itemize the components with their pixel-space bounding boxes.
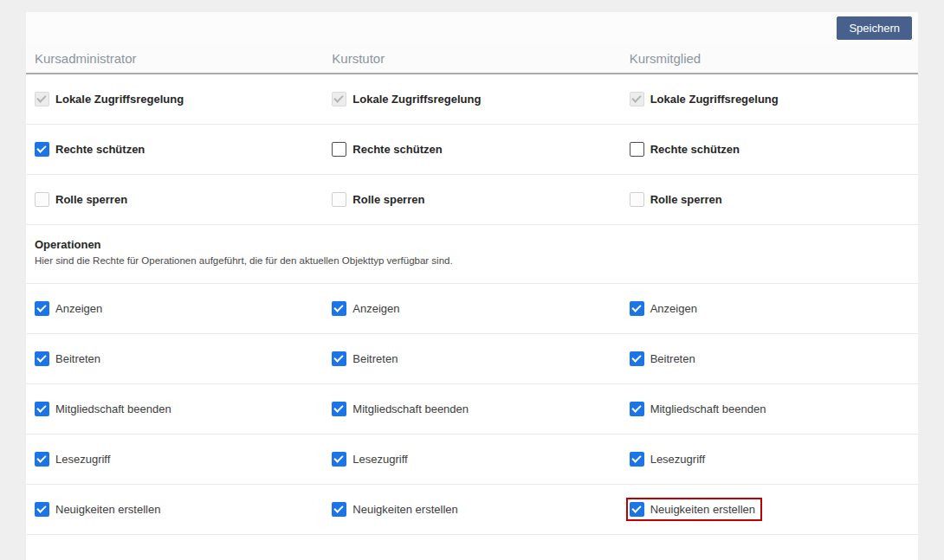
rechte-sch-tzen-row: Rechte schützenRechte schützenRechte sch… [26, 125, 918, 175]
checkbox-group: Beitreten [626, 347, 702, 370]
section-title: Operationen [35, 238, 918, 251]
checkbox-beitreten-col2[interactable] [332, 351, 346, 366]
checkbox-label: Rechte schützen [352, 143, 442, 156]
checkbox-group: Lokale Zugriffsregelung [328, 87, 488, 111]
checkbox-group: Lesezugriff [626, 447, 712, 471]
checkbox-anzeigen-col1[interactable] [35, 301, 49, 316]
cell-neuigkeiten-erstellen-col1: Neuigkeiten erstellen [26, 485, 323, 534]
cell-beitreten-col1: Beitreten [26, 334, 323, 383]
checkbox-group: Lesezugriff [31, 447, 117, 471]
checkbox-group: Rolle sperren [328, 188, 431, 211]
lesezugriff-row: LesezugriffLesezugriffLesezugriff [26, 434, 918, 485]
checkbox-label: Lokale Zugriffsregelung [55, 93, 184, 106]
checkbox-rolle-sperren-col1 [35, 192, 49, 207]
cell-lesezugriff-col3: Lesezugriff [621, 434, 918, 484]
checkbox-group: Rolle sperren [626, 188, 729, 211]
cell-anzeigen-col2: Anzeigen [323, 284, 620, 333]
checkbox-group: Rechte schützen [626, 138, 747, 161]
cell-mitgliedschaft-beenden-col3: Mitgliedschaft beenden [621, 384, 918, 434]
cell-neuigkeiten-erstellen-col3: Neuigkeiten erstellen [621, 485, 918, 534]
checkbox-group: Anzeigen [328, 297, 406, 320]
checkbox-rolle-sperren-col3 [630, 192, 644, 207]
column-header-kursadministrator: Kursadministrator [26, 43, 323, 73]
checkbox-label: Anzeigen [55, 302, 102, 315]
permissions-panel: Speichern Kursadministrator Kurstutor Ku… [26, 12, 918, 560]
cell-mitgliedschaft-beenden-col1: Mitgliedschaft beenden [26, 384, 323, 434]
cell-mitgliedschaft-beenden-col2: Mitgliedschaft beenden [323, 384, 620, 434]
checkbox-group: Rolle sperren [31, 188, 134, 211]
checkbox-rolle-sperren-col2 [332, 192, 346, 207]
anzeigen-row: AnzeigenAnzeigenAnzeigen [26, 284, 918, 334]
mitgliedschaft-beenden-row: Mitgliedschaft beendenMitgliedschaft bee… [26, 384, 918, 434]
checkbox-rechte-sch-tzen-col3[interactable] [630, 142, 644, 157]
neuigkeiten-erstellen-row: Neuigkeiten erstellenNeuigkeiten erstell… [26, 485, 918, 535]
cell-rolle-sperren-col3: Rolle sperren [621, 175, 918, 224]
checkbox-label: Neuigkeiten erstellen [55, 503, 160, 516]
checkbox-label: Anzeigen [352, 302, 399, 315]
checkbox-lokale-zugriffsregelung-col1 [35, 92, 49, 106]
operation-rows-group: AnzeigenAnzeigenAnzeigenBeitretenBeitret… [26, 284, 918, 535]
checkbox-group: Anzeigen [31, 297, 109, 320]
checkbox-lesezugriff-col1[interactable] [35, 452, 49, 467]
save-button[interactable]: Speichern [837, 16, 912, 40]
cell-rechte-sch-tzen-col1: Rechte schützen [26, 125, 323, 174]
checkbox-label: Mitgliedschaft beenden [352, 402, 469, 415]
checkbox-anzeigen-col3[interactable] [630, 301, 644, 316]
cell-rechte-sch-tzen-col2: Rechte schützen [323, 125, 620, 174]
checkbox-group: Beitreten [328, 347, 404, 370]
cell-rolle-sperren-col2: Rolle sperren [323, 175, 620, 224]
checkbox-neuigkeiten-erstellen-col1[interactable] [35, 502, 49, 517]
checkbox-group: Neuigkeiten erstellen [328, 498, 464, 521]
checkbox-group: Mitgliedschaft beenden [626, 397, 773, 421]
cell-lokale-zugriffsregelung-col3: Lokale Zugriffsregelung [621, 74, 918, 124]
checkbox-group: Mitgliedschaft beenden [328, 397, 475, 421]
checkbox-label: Lokale Zugriffsregelung [352, 93, 481, 106]
section-description: Hier sind die Rechte für Operationen auf… [35, 255, 918, 266]
checkbox-mitgliedschaft-beenden-col1[interactable] [35, 402, 49, 416]
role-column-headers: Kursadministrator Kurstutor Kursmitglied [26, 43, 918, 74]
checkbox-label: Beitreten [352, 352, 398, 365]
checkbox-neuigkeiten-erstellen-col3[interactable] [630, 502, 644, 517]
checkbox-label: Rolle sperren [352, 193, 424, 206]
checkbox-label: Rechte schützen [650, 143, 740, 156]
column-header-kursmitglied: Kursmitglied [621, 43, 918, 73]
checkbox-label: Rechte schützen [55, 143, 145, 156]
checkbox-label: Mitgliedschaft beenden [650, 402, 766, 415]
checkbox-lokale-zugriffsregelung-col3 [630, 92, 644, 106]
checkbox-rechte-sch-tzen-col2[interactable] [332, 142, 346, 157]
cell-anzeigen-col1: Anzeigen [26, 284, 323, 333]
operations-section-header: Operationen Hier sind die Rechte für Ope… [26, 225, 918, 284]
checkbox-group: Lokale Zugriffsregelung [626, 87, 786, 111]
checkbox-mitgliedschaft-beenden-col3[interactable] [630, 402, 644, 416]
beitreten-row: BeitretenBeitretenBeitreten [26, 334, 918, 384]
checkbox-label: Rolle sperren [650, 193, 722, 206]
checkbox-lesezugriff-col3[interactable] [630, 452, 644, 467]
lokale-zugriffsregelung-row: Lokale ZugriffsregelungLokale Zugriffsre… [26, 74, 918, 125]
checkbox-label: Beitreten [650, 352, 695, 365]
checkbox-label: Lesezugriff [650, 453, 705, 466]
cell-lesezugriff-col2: Lesezugriff [323, 434, 620, 484]
checkbox-mitgliedschaft-beenden-col2[interactable] [332, 402, 346, 416]
checkbox-label: Lesezugriff [352, 453, 407, 466]
checkbox-label: Beitreten [55, 352, 100, 365]
checkbox-beitreten-col3[interactable] [630, 351, 644, 366]
cell-rolle-sperren-col1: Rolle sperren [26, 175, 323, 224]
checkbox-group: Lokale Zugriffsregelung [31, 87, 191, 111]
checkbox-anzeigen-col2[interactable] [332, 301, 346, 316]
checkbox-lokale-zugriffsregelung-col2 [332, 92, 346, 106]
checkbox-neuigkeiten-erstellen-col2[interactable] [332, 502, 346, 517]
checkbox-label: Lesezugriff [55, 453, 110, 466]
cell-lokale-zugriffsregelung-col1: Lokale Zugriffsregelung [26, 74, 323, 124]
checkbox-label: Anzeigen [650, 302, 697, 315]
checkbox-lesezugriff-col2[interactable] [332, 452, 346, 467]
cell-neuigkeiten-erstellen-col2: Neuigkeiten erstellen [323, 485, 620, 534]
cell-beitreten-col2: Beitreten [323, 334, 620, 383]
rolle-sperren-row: Rolle sperrenRolle sperrenRolle sperren [26, 175, 918, 225]
checkbox-group: Neuigkeiten erstellen [31, 498, 167, 521]
permission-rows-group: Lokale ZugriffsregelungLokale Zugriffsre… [26, 74, 918, 225]
checkbox-group: Beitreten [31, 347, 107, 370]
checkbox-beitreten-col1[interactable] [35, 351, 49, 366]
checkbox-label: Neuigkeiten erstellen [650, 503, 755, 516]
checkbox-rechte-sch-tzen-col1[interactable] [35, 142, 49, 157]
cell-lesezugriff-col1: Lesezugriff [26, 434, 323, 484]
